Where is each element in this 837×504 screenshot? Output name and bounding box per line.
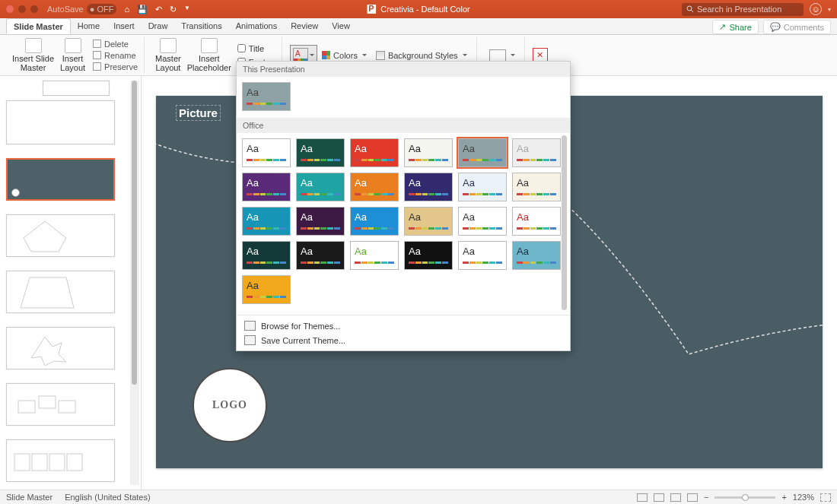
slide-thumbnail[interactable] [6,327,115,369]
comments-button[interactable]: 💬 Comments [763,20,831,34]
search-input[interactable]: Search in Presentation [682,3,804,16]
status-bar: Slide Master English (United States) − +… [0,490,837,504]
zoom-in-button[interactable]: + [781,493,786,502]
theme-tile[interactable]: Aa [242,138,291,167]
slide-thumbnail[interactable] [6,439,115,482]
theme-tile[interactable]: Aa [242,82,291,111]
theme-tile[interactable]: Aa [350,207,399,236]
fit-to-window-icon[interactable] [820,493,831,502]
tab-view[interactable]: View [325,18,357,34]
tab-slide-master[interactable]: Slide Master [6,18,71,34]
logo-placeholder[interactable]: LOGO [193,368,267,442]
slide-thumbnail[interactable] [6,100,115,144]
theme-tile[interactable]: Aa [512,173,561,201]
reading-view-icon[interactable] [670,493,681,502]
theme-tile[interactable]: Aa [512,241,561,270]
redo-icon[interactable]: ↻ [170,5,177,14]
rename-button[interactable]: Rename [91,50,139,61]
theme-tile[interactable]: Aa [350,173,399,201]
delete-button[interactable]: Delete [91,39,139,49]
theme-tile[interactable]: Aa [404,241,453,270]
insert-layout-button[interactable]: Insert Layout [57,36,88,74]
theme-tile[interactable]: Aa [404,173,453,201]
status-language[interactable]: English (United States) [65,493,151,502]
theme-tile[interactable]: Aa [458,207,507,236]
tab-review[interactable]: Review [284,18,325,34]
theme-tile[interactable]: Aa [296,138,345,167]
sorter-view-icon[interactable] [654,493,664,502]
preserve-button[interactable]: Preserve [91,62,139,72]
theme-tile[interactable]: Aa [242,207,291,236]
svg-line-3 [691,10,693,12]
window-controls[interactable] [6,5,38,13]
theme-tile[interactable]: Aa [242,173,291,201]
home-icon[interactable]: ⌂ [124,5,129,14]
share-button[interactable]: ↗ Share [712,20,758,34]
thumbnail-scrollbar[interactable] [130,81,139,485]
chevron-down-icon[interactable]: ▾ [828,6,831,13]
save-theme-item[interactable]: Save Current Theme... [237,333,570,347]
slide-thumbnail[interactable] [6,158,115,201]
theme-tile[interactable]: Aa [512,138,561,167]
title-checkbox[interactable]: Title [237,44,277,53]
zoom-out-button[interactable]: − [704,493,708,502]
tab-insert[interactable]: Insert [107,18,142,34]
svg-rect-6 [18,401,35,413]
svg-rect-11 [49,454,65,471]
popup-section-header: Office [237,118,570,133]
theme-tile[interactable]: Aa [296,173,345,201]
slide-thumbnail[interactable] [6,271,115,313]
tab-home[interactable]: Home [71,18,107,34]
popup-scrollbar[interactable] [561,135,568,313]
svg-rect-9 [14,454,30,471]
ribbon-tabs: Slide MasterHomeInsertDrawTransitionsAni… [0,18,837,35]
master-layout-button[interactable]: Master Layout [152,36,184,74]
user-icon[interactable]: ☺ [810,3,822,15]
zoom-level[interactable]: 123% [793,493,814,502]
svg-rect-7 [39,396,56,408]
insert-placeholder-button[interactable]: Insert Placeholder [184,36,234,74]
slide-thumbnail[interactable] [6,383,115,426]
powerpoint-icon: P [367,5,376,14]
slide-thumbnail[interactable] [6,214,115,257]
theme-tile[interactable]: Aa [296,207,345,236]
tab-transitions[interactable]: Transitions [174,18,228,34]
status-view-mode: Slide Master [6,493,53,502]
slide-thumbnail[interactable] [43,81,110,96]
themes-gallery-popup: This Presentation Aa Office AaAaAaAaAaAa… [236,61,571,351]
theme-tile[interactable]: Aa [296,241,345,270]
theme-tile[interactable]: Aa [242,275,291,304]
search-icon [686,5,694,13]
browse-themes-item[interactable]: Browse for Themes... [237,319,570,333]
more-icon[interactable]: ▼ [184,5,190,14]
tab-draw[interactable]: Draw [142,18,175,34]
zoom-slider[interactable] [714,496,775,499]
svg-marker-4 [24,221,66,252]
theme-tile[interactable]: Aa [404,138,453,167]
save-icon[interactable]: 💾 [137,5,148,14]
undo-icon[interactable]: ↶ [155,5,162,14]
svg-marker-5 [21,277,74,308]
theme-tile[interactable]: Aa [350,138,399,167]
slide-thumbnails-panel [0,76,142,490]
document-title: P Creativia - Default Color [367,5,469,14]
insert-slide-master-button[interactable]: Insert Slide Master [9,36,57,74]
titlebar: AutoSave ● OFF ⌂ 💾 ↶ ↻ ▼ P Creativia - D… [0,0,837,18]
theme-tile[interactable]: Aa [404,207,453,236]
theme-tile[interactable]: Aa [458,173,507,201]
theme-tile[interactable]: Aa [458,138,507,167]
theme-tile[interactable]: Aa [512,207,561,236]
svg-rect-12 [67,454,82,471]
theme-tile[interactable]: Aa [350,241,399,270]
popup-section-header: This Presentation [237,62,570,77]
svg-rect-8 [59,401,75,413]
normal-view-icon[interactable] [637,493,648,502]
theme-tile[interactable]: Aa [458,241,507,270]
autosave-toggle[interactable]: AutoSave ● OFF [47,4,116,14]
theme-tile[interactable]: Aa [242,241,291,270]
picture-placeholder[interactable]: Picture [176,105,221,121]
svg-rect-10 [32,454,47,471]
slideshow-view-icon[interactable] [687,493,698,502]
svg-text:P: P [368,5,374,13]
tab-animations[interactable]: Animations [229,18,284,34]
